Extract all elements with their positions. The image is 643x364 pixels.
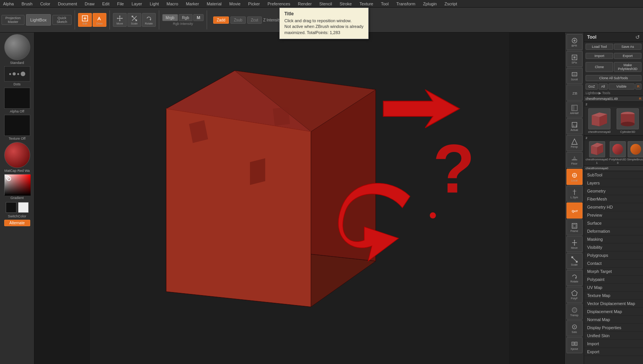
mrgb-button[interactable]: Mrgb (162, 14, 178, 21)
zb-button[interactable]: ZB (566, 85, 583, 101)
section-import[interactable]: Import (584, 340, 643, 348)
m-button[interactable]: M (193, 14, 204, 21)
tool-thumb2-polymesh[interactable]: PolyMesh3D 3 (609, 141, 626, 165)
aahalf-button[interactable]: AAHalf (566, 101, 583, 118)
tool-thumb2-chest[interactable]: chestfrommaya01 (586, 141, 608, 165)
edit-button[interactable]: Edit (78, 13, 92, 27)
qxyz-button[interactable]: QxYZ (566, 202, 583, 219)
zadd-button[interactable]: Zadd (213, 16, 229, 24)
menu-render[interactable]: Render (296, 1, 313, 7)
menu-picker[interactable]: Picker (246, 1, 261, 7)
color-white-swatch[interactable] (18, 202, 29, 213)
menu-stencil[interactable]: Stencil (318, 1, 333, 7)
goz-r-button[interactable]: R (635, 83, 642, 90)
texture-off-swatch[interactable] (4, 115, 30, 136)
scroll-button[interactable]: Scroll (566, 68, 583, 84)
zsub-button[interactable]: Zsub (230, 16, 246, 24)
rgb-button[interactable]: Rgb (179, 14, 193, 21)
export-button[interactable]: Export (614, 53, 641, 59)
clone-button[interactable]: Clone (586, 62, 613, 72)
menu-document[interactable]: Document (56, 1, 78, 7)
section-deformation[interactable]: Deformation (584, 227, 643, 235)
section-preview[interactable]: Preview (584, 211, 643, 219)
persp-button[interactable]: Persp (566, 135, 583, 151)
canvas-area[interactable]: ? (34, 33, 565, 364)
tool-thumb-cylinder[interactable]: Cylinder3D (614, 108, 641, 134)
polyf-button[interactable]: PolyF (566, 287, 583, 303)
menu-color[interactable]: Color (39, 1, 52, 7)
section-polypaint[interactable]: Polypaint (584, 276, 643, 284)
xpose-button[interactable]: Xpose (566, 337, 583, 353)
menu-alpha[interactable]: Alpha (2, 1, 15, 7)
menu-preferences[interactable]: Preferences (266, 1, 292, 7)
menu-light[interactable]: Light (148, 1, 160, 7)
section-subtool[interactable]: SubTool (584, 171, 643, 179)
move-button[interactable]: Move (113, 13, 127, 27)
menu-zscript[interactable]: Zscript (443, 1, 459, 7)
solo-button[interactable]: Solo (566, 320, 583, 336)
menu-movie[interactable]: Movie (228, 1, 242, 7)
menu-zplugin[interactable]: Zplugin (421, 1, 438, 7)
section-uv-map[interactable]: UV Map (584, 284, 643, 292)
section-texture-map[interactable]: Texture Map (584, 292, 643, 300)
rotate-button[interactable]: Rotate (142, 13, 156, 27)
menu-edit[interactable]: Edit (101, 1, 111, 7)
section-export[interactable]: Export (584, 348, 643, 356)
right-scale-button[interactable]: Scale (566, 253, 583, 269)
floor-button[interactable]: Floor (566, 152, 583, 168)
standard-swatch[interactable] (4, 34, 30, 60)
bpr-button[interactable]: BPR (566, 34, 583, 50)
zcut-button[interactable]: Zcut (247, 16, 261, 24)
import-button[interactable]: Import (586, 53, 613, 59)
section-displacement-map[interactable]: Displacement Map (584, 308, 643, 316)
right-rotate-button[interactable]: Rotate (566, 270, 583, 286)
section-morph-target[interactable]: Morph Target (584, 268, 643, 276)
alternate-button[interactable]: Alternate (4, 220, 30, 226)
goz-button[interactable]: GoZ (586, 83, 598, 90)
goz-visible-button[interactable]: Visible (609, 83, 635, 90)
tool-thumb-chest1[interactable]: chestfrommaya0 (586, 108, 613, 134)
menu-stroke[interactable]: Stroke (338, 1, 353, 7)
section-layers[interactable]: Layers (584, 179, 643, 187)
section-visibility[interactable]: Visibility (584, 243, 643, 251)
section-unified-skin[interactable]: Unified Skin (584, 332, 643, 340)
menu-layer[interactable]: Layer (130, 1, 144, 7)
menu-tool[interactable]: Tool (379, 1, 390, 7)
section-polygroups[interactable]: Polygroups (584, 251, 643, 260)
make-polymesh-button[interactable]: Make PolyMesh3D (614, 62, 641, 72)
spix-button[interactable]: SPix (566, 51, 583, 67)
dots-swatch[interactable] (4, 66, 30, 82)
draw-button[interactable]: Draw (93, 13, 106, 27)
scale-button[interactable]: Scale (127, 13, 141, 27)
menu-marker[interactable]: Marker (184, 1, 201, 7)
menu-material[interactable]: Material (205, 1, 223, 7)
alpha-off-swatch[interactable] (4, 88, 30, 109)
color-picker[interactable] (4, 174, 30, 195)
section-geometry-hd[interactable]: Geometry HD (584, 203, 643, 211)
actual-button[interactable]: 1:1 Actual (566, 118, 583, 134)
frame-button[interactable]: Frame (566, 219, 583, 235)
menu-texture[interactable]: Texture (358, 1, 375, 7)
clone-all-subtools-button[interactable]: Clone All SubTools (586, 75, 641, 81)
lsym-button[interactable]: L.Sym (566, 186, 583, 202)
quick-sketch-button[interactable]: Quick Sketch (52, 15, 72, 25)
save-as-button[interactable]: Save As (614, 44, 641, 50)
menu-transform[interactable]: Transform (395, 1, 417, 7)
lightbox-button[interactable]: LightBox (26, 14, 51, 26)
section-masking[interactable]: Masking (584, 235, 643, 243)
tool-panel-refresh-icon[interactable]: ↺ (635, 34, 640, 40)
local-button[interactable]: Local (566, 169, 583, 185)
section-vector-displacement-map[interactable]: Vector Displacement Map (584, 300, 643, 308)
color-black-swatch[interactable] (6, 202, 16, 213)
menu-brush[interactable]: Brush (20, 1, 34, 7)
section-fibermesh[interactable]: FiberMesh (584, 195, 643, 203)
menu-file[interactable]: File (116, 1, 126, 7)
menu-draw[interactable]: Draw (83, 1, 96, 7)
section-geometry[interactable]: Geometry (584, 187, 643, 195)
load-tool-button[interactable]: Load Tool (586, 44, 613, 50)
projection-master-button[interactable]: Projection Master (2, 15, 24, 25)
tool-thumb2-simplebrush[interactable]: SimpleBrush (627, 141, 643, 165)
section-surface[interactable]: Surface (584, 219, 643, 227)
right-move-button[interactable]: Move (566, 236, 583, 252)
section-display-properties[interactable]: Display Properties (584, 324, 643, 332)
